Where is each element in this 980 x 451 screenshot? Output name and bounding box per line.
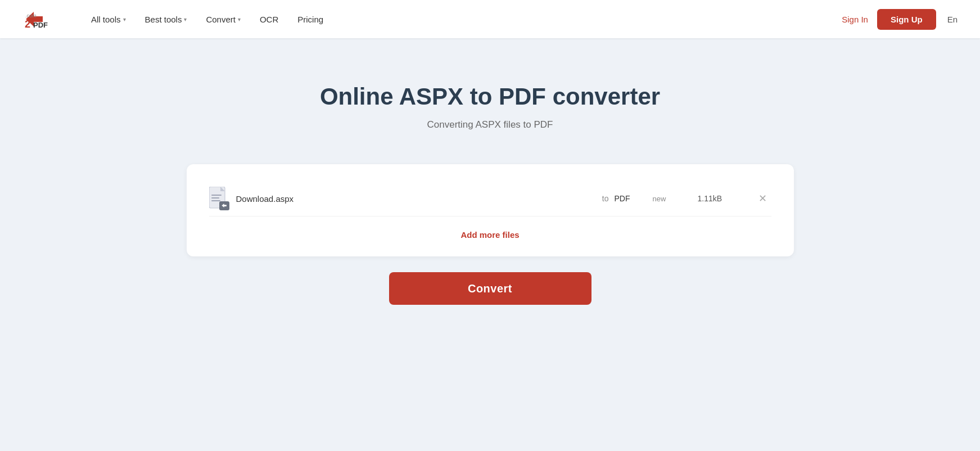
main-nav: All tools ▾ Best tools ▾ Convert ▾ OCR P… (83, 10, 842, 29)
close-icon[interactable]: ✕ (754, 191, 771, 206)
file-name: Download.aspx (236, 194, 602, 204)
nav-label-pricing: Pricing (297, 15, 323, 24)
svg-rect-8 (211, 197, 219, 199)
svg-rect-9 (211, 200, 220, 201)
chevron-down-icon: ▾ (184, 16, 187, 22)
nav-label-best-tools: Best tools (145, 15, 182, 24)
nav-item-ocr[interactable]: OCR (252, 10, 286, 29)
main-content: Online ASPX to PDF converter Converting … (0, 38, 980, 327)
nav-label-convert: Convert (206, 15, 236, 24)
nav-right: Sign In Sign Up En (842, 9, 958, 30)
convert-button[interactable]: Convert (389, 272, 591, 305)
nav-item-best-tools[interactable]: Best tools ▾ (137, 10, 195, 29)
sign-in-link[interactable]: Sign In (842, 15, 868, 24)
file-area: Download.aspx to PDF new 1.11kB ✕ Add mo… (187, 164, 794, 256)
logo-icon: 2 PDF .com (22, 6, 48, 32)
logo[interactable]: 2 PDF .com (22, 6, 49, 32)
file-status: new (653, 195, 675, 203)
add-more-files-button[interactable]: Add more files (460, 230, 519, 240)
sign-up-button[interactable]: Sign Up (877, 9, 936, 30)
nav-item-pricing[interactable]: Pricing (290, 10, 331, 29)
nav-label-all-tools: All tools (91, 15, 121, 24)
nav-label-ocr: OCR (260, 15, 278, 24)
svg-rect-7 (211, 195, 222, 196)
svg-text:.com: .com (25, 13, 37, 19)
file-row: Download.aspx to PDF new 1.11kB ✕ (209, 181, 771, 217)
add-more-files-area: Add more files (209, 230, 771, 240)
svg-text:2: 2 (25, 19, 30, 30)
svg-text:PDF: PDF (33, 21, 48, 29)
file-size: 1.11kB (698, 194, 731, 203)
nav-item-all-tools[interactable]: All tools ▾ (83, 10, 134, 29)
file-icon (209, 187, 229, 210)
chevron-down-icon: ▾ (238, 16, 241, 22)
file-format: PDF (615, 194, 637, 203)
page-title: Online ASPX to PDF converter (320, 83, 660, 110)
language-selector[interactable]: En (947, 15, 958, 24)
nav-item-convert[interactable]: Convert ▾ (198, 10, 249, 29)
page-subtitle: Converting ASPX files to PDF (427, 119, 553, 130)
header: 2 PDF .com All tools ▾ Best tools ▾ Conv… (0, 0, 980, 38)
chevron-down-icon: ▾ (123, 16, 126, 22)
file-to-label: to (602, 194, 609, 203)
